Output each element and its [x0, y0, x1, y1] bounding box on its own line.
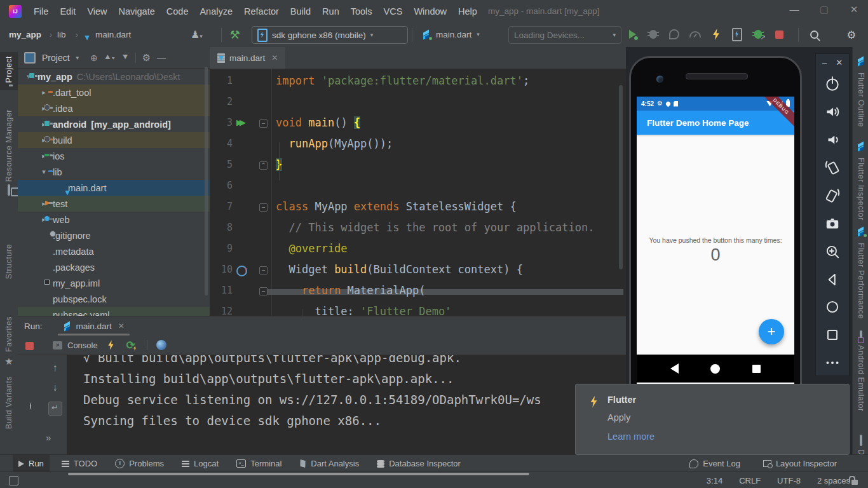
close-button[interactable]: ✕: [845, 4, 863, 15]
console-hscrollbar[interactable]: [68, 473, 529, 475]
prev-occurrence-icon[interactable]: ↑: [53, 362, 58, 374]
attach-process-icon[interactable]: [667, 27, 681, 41]
stop-icon[interactable]: [772, 27, 786, 41]
menu-file[interactable]: File: [28, 6, 54, 17]
fold-marker[interactable]: –: [259, 119, 268, 128]
close-tab-icon[interactable]: ✕: [271, 53, 278, 62]
chevron-down-icon[interactable]: ▾: [76, 55, 79, 61]
right-tab-flutter-performance[interactable]: Flutter Performance: [853, 226, 868, 319]
close-tab-icon[interactable]: ✕: [118, 322, 125, 330]
emulator-minimize-icon[interactable]: –: [822, 58, 827, 67]
debug-icon[interactable]: [646, 27, 660, 41]
toolwindow-button-database-inspector[interactable]: Database Inspector: [371, 455, 466, 472]
android-overview-button[interactable]: [752, 365, 761, 373]
chevron-collapsed-icon[interactable]: ▸: [39, 88, 48, 97]
settings-gear-icon[interactable]: ⚙: [844, 28, 858, 42]
collapse-all-icon[interactable]: ⯆: [121, 52, 128, 63]
tree-row-my_app[interactable]: ▾my_appC:\Users\Leonardo\Deskt: [18, 69, 210, 85]
emulator-screenshot-icon[interactable]: [820, 211, 845, 236]
tree-row-build[interactable]: ▸build: [18, 132, 210, 148]
soft-wrap-icon[interactable]: ↵: [48, 402, 62, 416]
menu-analyze[interactable]: Analyze: [194, 6, 238, 17]
android-back-button[interactable]: [670, 363, 679, 374]
user-icon[interactable]: ♟▾: [191, 29, 203, 41]
menu-view[interactable]: View: [81, 6, 112, 17]
emulator-overview-icon[interactable]: [820, 323, 845, 348]
unlock-icon[interactable]: [851, 480, 858, 485]
caret-position[interactable]: 3:14: [707, 476, 722, 485]
overridden-marker-icon[interactable]: [236, 266, 247, 276]
emulator-home-icon[interactable]: [820, 295, 845, 320]
tree-row-test[interactable]: ▸test: [18, 196, 210, 212]
fold-marker[interactable]: –: [259, 203, 268, 212]
editor-vscrollbar[interactable]: [619, 85, 623, 269]
menu-run[interactable]: Run: [316, 6, 345, 17]
notification-link[interactable]: Learn more: [607, 431, 654, 442]
fold-marker[interactable]: ⌃: [259, 161, 268, 170]
emulator-close-icon[interactable]: ✕: [836, 58, 843, 67]
sidebar-tab-favorites[interactable]: Favorites★: [0, 316, 18, 367]
menu-navigate[interactable]: Navigate: [113, 6, 161, 17]
tree-row-main-dart[interactable]: main.dart: [18, 180, 210, 196]
tree-row-dart_tool[interactable]: ▸.dart_tool: [18, 85, 210, 100]
toolwindow-button-todo[interactable]: TODO: [56, 455, 103, 472]
hot-reload-icon[interactable]: [709, 27, 723, 41]
emulator-rotate-left-icon[interactable]: [820, 155, 845, 180]
tree-row-idea[interactable]: ▸.idea: [18, 100, 210, 116]
project-scrollbar[interactable]: [205, 67, 208, 295]
chevron-expanded-icon[interactable]: ▾: [39, 168, 48, 176]
sidebar-tab-project[interactable]: Project: [0, 52, 18, 90]
toolwindow-button-event-log[interactable]: Event Log: [684, 455, 746, 472]
sidebar-tab-resource-manager[interactable]: Resource Manager: [0, 109, 18, 194]
run-configuration-selector[interactable]: main.dart▾: [422, 26, 480, 43]
emulator-rotate-right-icon[interactable]: [820, 183, 845, 208]
console-output[interactable]: √ Built build\app\outputs\flutter-apk\ap…: [67, 355, 626, 455]
toolwindow-button-layout-inspector[interactable]: Layout Inspector: [757, 455, 843, 472]
device-selector[interactable]: sdk gphone x86 (mobile)▾: [252, 26, 408, 44]
sidebar-tab-structure[interactable]: Structure: [0, 244, 18, 283]
tree-row-ios[interactable]: ▸ios: [18, 148, 210, 164]
tree-row-gitignore[interactable]: .gitignore: [18, 227, 210, 243]
breadcrumb-lib[interactable]: lib: [57, 30, 66, 39]
breadcrumb-project[interactable]: my_app: [9, 30, 41, 39]
stop-process-icon[interactable]: [25, 342, 34, 350]
search-everywhere-icon[interactable]: [807, 27, 821, 41]
tree-row-packages[interactable]: .packages: [18, 259, 210, 275]
tree-row-pubspec-lock[interactable]: pubspec.lock: [18, 291, 210, 307]
run-line-icon[interactable]: ▶▶: [236, 118, 243, 127]
indent-setting[interactable]: 2 spaces: [817, 476, 850, 485]
menu-build[interactable]: Build: [285, 6, 316, 17]
menu-refactor[interactable]: Refactor: [238, 6, 285, 17]
menu-edit[interactable]: Edit: [54, 6, 81, 17]
toolwindow-button-dart-analysis[interactable]: Dart Analysis: [294, 455, 365, 472]
phone-screen[interactable]: 4:52 ⚙ Flutter Demo Home Page You have p…: [637, 97, 794, 407]
profile-icon[interactable]: [688, 27, 702, 41]
emulator-more-icon[interactable]: [820, 351, 845, 376]
menu-vcs[interactable]: VCS: [378, 6, 409, 17]
emulator-zoom-icon[interactable]: [820, 239, 845, 264]
emulator-volume-down-icon[interactable]: [820, 127, 845, 152]
console-tab[interactable]: Console: [67, 341, 98, 350]
fold-marker[interactable]: –: [259, 266, 268, 274]
emulator-volume-up-icon[interactable]: [820, 99, 845, 124]
expand-all-icon[interactable]: ⯅⯆: [104, 52, 116, 63]
tree-row-web[interactable]: ▸web: [18, 212, 210, 227]
toolwindow-button-terminal[interactable]: >_Terminal: [231, 455, 287, 472]
dart-devtools-icon[interactable]: [156, 340, 166, 350]
run-icon[interactable]: [625, 27, 639, 41]
run-tab-main-dart[interactable]: main.dart ✕: [63, 316, 125, 336]
panel-settings-gear-icon[interactable]: ⚙: [142, 53, 151, 62]
sidebar-tab-build-variants[interactable]: Build Variants: [0, 376, 18, 433]
editor-tab-main-dart[interactable]: main.dart ✕: [210, 47, 285, 69]
tree-row-pubspec-yaml[interactable]: pubspec.yaml: [18, 307, 210, 316]
flutter-notification-balloon[interactable]: Flutter Apply Learn more: [575, 384, 850, 455]
emulator-power-icon[interactable]: [820, 72, 845, 97]
emulator-back-icon[interactable]: [820, 267, 845, 292]
toolwindow-button-logcat[interactable]: Logcat: [176, 455, 224, 472]
next-occurrence-icon[interactable]: ↓: [53, 382, 58, 393]
fab-increment-button[interactable]: +: [759, 319, 784, 344]
more-actions-chevron[interactable]: »: [46, 432, 51, 443]
right-tab-flutter-outline[interactable]: Flutter Outline: [853, 56, 868, 127]
project-panel-title[interactable]: Project: [42, 53, 70, 63]
tree-row-android[interactable]: ▸android[my_app_android]: [18, 116, 210, 132]
